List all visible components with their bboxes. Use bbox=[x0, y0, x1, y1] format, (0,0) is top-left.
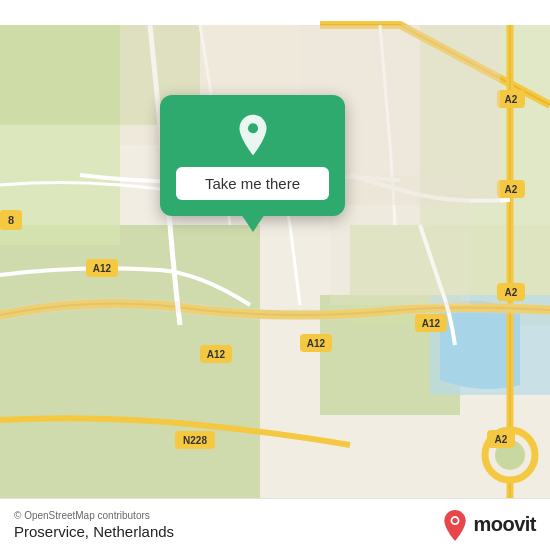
svg-point-36 bbox=[453, 517, 458, 522]
popup-card: Take me there bbox=[160, 95, 345, 216]
map-container: A12 A12 A12 A12 A2 A2 A2 A2 N228 8 Leid … bbox=[0, 0, 550, 550]
svg-text:A2: A2 bbox=[505, 94, 518, 105]
bottom-info: © OpenStreetMap contributors Proservice,… bbox=[14, 510, 174, 540]
bottom-bar: © OpenStreetMap contributors Proservice,… bbox=[0, 498, 550, 550]
svg-text:N228: N228 bbox=[183, 435, 207, 446]
svg-text:A2: A2 bbox=[495, 434, 508, 445]
svg-text:A12: A12 bbox=[307, 338, 326, 349]
svg-text:8: 8 bbox=[8, 214, 14, 226]
svg-text:A12: A12 bbox=[422, 318, 441, 329]
osm-attribution: © OpenStreetMap contributors bbox=[14, 510, 174, 521]
svg-rect-33 bbox=[330, 175, 470, 305]
svg-text:A2: A2 bbox=[505, 287, 518, 298]
svg-text:A12: A12 bbox=[207, 349, 226, 360]
take-me-there-button[interactable]: Take me there bbox=[176, 167, 329, 200]
moovit-logo: moovit bbox=[441, 509, 536, 541]
moovit-brand-text: moovit bbox=[473, 513, 536, 536]
svg-text:A12: A12 bbox=[93, 263, 112, 274]
location-pin-icon bbox=[231, 113, 275, 157]
moovit-pin-icon bbox=[441, 509, 469, 541]
svg-text:A2: A2 bbox=[505, 184, 518, 195]
map-background: A12 A12 A12 A12 A2 A2 A2 A2 N228 8 Leid bbox=[0, 0, 550, 550]
location-label: Proservice, Netherlands bbox=[14, 523, 174, 540]
svg-point-34 bbox=[247, 123, 257, 133]
